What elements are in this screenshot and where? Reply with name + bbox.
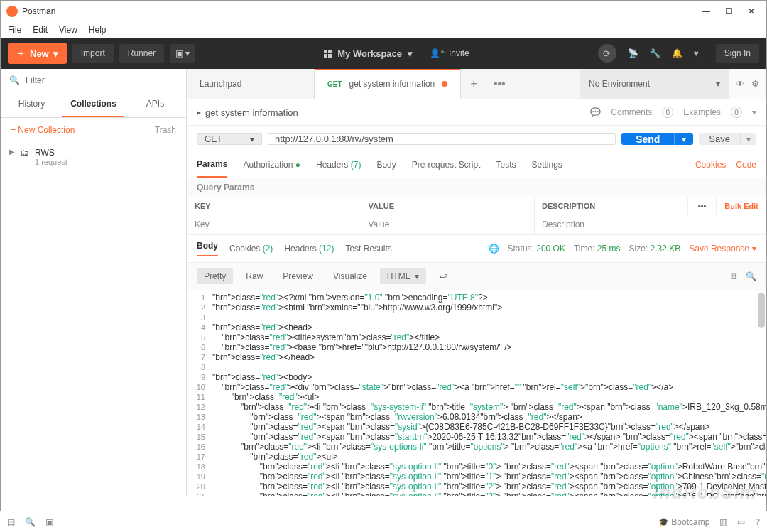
chevron-down-icon: ▾	[250, 134, 254, 144]
menu-view[interactable]: View	[59, 25, 77, 35]
chevron-down-icon: ▾	[716, 79, 720, 89]
response-body[interactable]: 1"brn">class="red"><?xml "brn">version="…	[187, 290, 766, 496]
unsaved-dot-icon	[442, 81, 447, 87]
tab-add-button[interactable]: +	[461, 69, 486, 99]
filter-input[interactable]	[24, 75, 178, 86]
view-visualize[interactable]: Visualize	[326, 268, 374, 284]
satellite-icon[interactable]: 📡	[628, 48, 638, 58]
console-icon[interactable]: ▣	[45, 517, 53, 527]
view-pretty[interactable]: Pretty	[197, 268, 233, 284]
col-more[interactable]: •••	[688, 197, 717, 215]
collection-item[interactable]: ▶ 🗂 RWS 1 request	[1, 142, 186, 172]
layout-icon[interactable]: ▥	[719, 517, 727, 527]
workspace-selector[interactable]: My Workspace ▾	[324, 48, 413, 59]
new-button[interactable]: ＋ New ▾	[8, 43, 67, 64]
globe-icon[interactable]: 🌐	[489, 244, 499, 254]
comments-label[interactable]: Comments	[611, 107, 652, 117]
tab-request[interactable]: GET get system information	[315, 69, 461, 99]
eye-icon[interactable]: 👁	[736, 79, 744, 89]
environment-label: No Environment	[589, 79, 650, 89]
invite-label: Invite	[449, 48, 469, 58]
import-button[interactable]: Import	[72, 44, 114, 63]
save-dropdown[interactable]: ▾	[740, 133, 756, 145]
bulk-edit-link[interactable]: Bulk Edit	[717, 197, 766, 215]
resptab-testresults[interactable]: Test Results	[345, 244, 391, 254]
method-label: GET	[205, 134, 222, 144]
minimize-button[interactable]: —	[701, 6, 711, 16]
send-button[interactable]: Send	[621, 133, 674, 145]
heart-icon[interactable]: ♥	[694, 48, 699, 58]
bell-icon[interactable]: 🔔	[672, 48, 682, 58]
sync-icon[interactable]: ⟳	[598, 44, 616, 63]
environment-selector[interactable]: No Environment ▾	[580, 69, 729, 99]
layout2-icon[interactable]: ▭	[737, 517, 745, 527]
tab-apis[interactable]: APIs	[124, 92, 186, 117]
reqtab-prerequest[interactable]: Pre-request Script	[412, 153, 481, 177]
menu-help[interactable]: Help	[89, 25, 107, 35]
request-title: get system information	[205, 107, 298, 118]
copy-icon[interactable]: ⧉	[731, 271, 737, 281]
new-label: New	[30, 48, 49, 59]
app-logo	[6, 6, 18, 17]
chevron-down-icon: ▾	[408, 48, 413, 59]
sidebar-filter[interactable]: 🔍	[1, 69, 186, 92]
save-response-button[interactable]: Save Response ▾	[689, 244, 756, 254]
col-value: VALUE	[361, 197, 535, 215]
query-params-header: Query Params	[187, 178, 766, 197]
chevron-right-icon[interactable]: ▸	[197, 107, 201, 117]
help-icon[interactable]: ?	[755, 517, 760, 527]
invite-button[interactable]: 👤⁺ Invite	[430, 48, 469, 58]
signin-button[interactable]: Sign In	[716, 44, 759, 63]
method-selector[interactable]: GET ▾	[197, 133, 262, 145]
resptab-cookies[interactable]: Cookies (2)	[229, 244, 273, 254]
tab-collections[interactable]: Collections	[62, 92, 124, 117]
save-button[interactable]: Save	[699, 133, 740, 145]
bootcamp-link[interactable]: 🎓 Bootcamp	[658, 517, 709, 527]
collection-count: 1 request	[35, 158, 67, 166]
reqtab-settings[interactable]: Settings	[531, 153, 562, 177]
code-link[interactable]: Code	[736, 160, 756, 170]
tab-history[interactable]: History	[1, 92, 62, 117]
key-input[interactable]: Key	[187, 215, 361, 234]
wrap-icon[interactable]: ⮐	[432, 268, 455, 284]
close-button[interactable]: ✕	[746, 6, 756, 16]
examples-label[interactable]: Examples	[683, 107, 721, 117]
resptab-body[interactable]: Body	[197, 241, 218, 256]
reqtab-body[interactable]: Body	[376, 153, 396, 177]
menu-edit[interactable]: Edit	[33, 25, 48, 35]
reqtab-headers[interactable]: Headers (7)	[316, 153, 361, 177]
chevron-down-icon[interactable]: ▾	[752, 107, 756, 117]
cookies-link[interactable]: Cookies	[695, 160, 726, 170]
new-collection-button[interactable]: + New Collection	[11, 125, 75, 135]
trash-link[interactable]: Trash	[155, 125, 176, 135]
resptab-headers[interactable]: Headers (12)	[284, 244, 334, 254]
wrench-icon[interactable]: 🔧	[650, 48, 660, 58]
comments-count: 0	[662, 107, 673, 118]
value-input[interactable]: Value	[361, 215, 535, 234]
folder-icon: 🗂	[21, 148, 29, 158]
tab-launchpad[interactable]: Launchpad	[187, 69, 315, 99]
reqtab-auth[interactable]: Authorization ●	[243, 153, 300, 177]
view-preview[interactable]: Preview	[276, 268, 320, 284]
reqtab-tests[interactable]: Tests	[496, 153, 516, 177]
gear-icon[interactable]: ⚙	[751, 79, 759, 89]
person-plus-icon: 👤⁺	[430, 48, 445, 58]
maximize-button[interactable]: ☐	[724, 6, 734, 16]
sidebar-toggle-icon[interactable]: ▤	[7, 517, 15, 527]
url-input[interactable]: http://127.0.0.1:80/rw/system	[268, 133, 616, 145]
menu-file[interactable]: File	[8, 25, 21, 35]
search-icon[interactable]: 🔍	[746, 271, 756, 281]
send-dropdown[interactable]: ▾	[674, 133, 693, 145]
comment-icon[interactable]: 💬	[590, 107, 601, 117]
col-key: KEY	[187, 197, 361, 215]
tab-more-button[interactable]: •••	[486, 69, 512, 99]
find-icon[interactable]: 🔍	[25, 517, 36, 527]
new-window-button[interactable]: ▣ ▾	[170, 44, 195, 63]
plus-icon: ＋	[16, 47, 26, 60]
desc-input[interactable]: Description	[535, 215, 766, 234]
scrollbar[interactable]	[758, 293, 765, 328]
view-raw[interactable]: Raw	[239, 268, 270, 284]
reqtab-params[interactable]: Params	[197, 152, 227, 178]
format-selector[interactable]: HTML ▾	[380, 268, 426, 284]
runner-button[interactable]: Runner	[119, 44, 164, 63]
